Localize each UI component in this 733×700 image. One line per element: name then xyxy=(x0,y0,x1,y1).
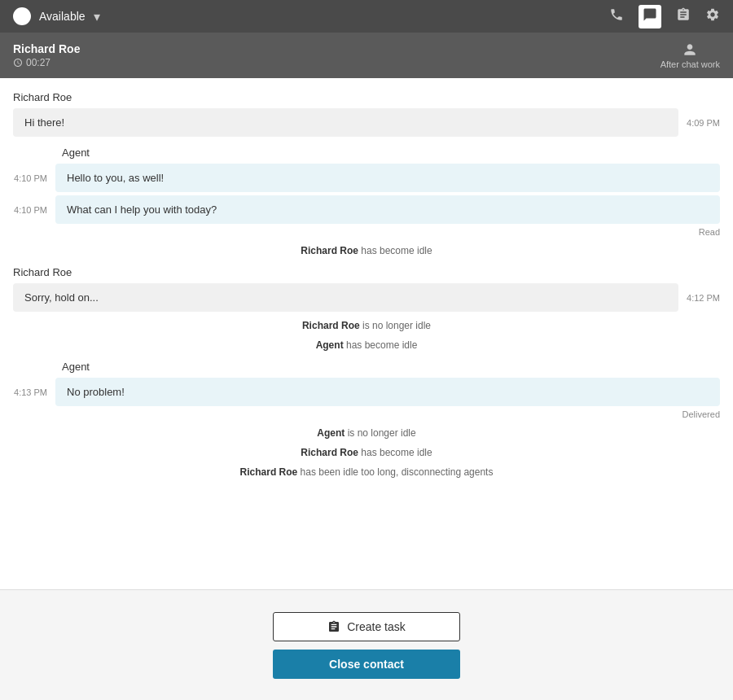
create-task-label: Create task xyxy=(347,620,406,633)
system-name-4: Agent xyxy=(317,427,345,439)
chat-area: Richard Roe Hi there! 4:09 PM Agent 4:10… xyxy=(0,78,733,589)
contact-info: Richard Roe 00:27 xyxy=(13,42,80,68)
customer-bubble-1: Hi there! xyxy=(13,108,678,137)
task-icon[interactable] xyxy=(676,7,691,26)
nav-right xyxy=(609,5,720,28)
system-name-6: Richard Roe xyxy=(240,466,298,478)
system-msg-5: Richard Roe has become idle xyxy=(13,447,720,458)
system-event-3: has become idle xyxy=(346,339,417,351)
phone-icon[interactable] xyxy=(609,7,624,26)
system-msg-3: Agent has become idle xyxy=(13,339,720,351)
customer-name-label-1: Richard Roe xyxy=(13,91,720,103)
agent-label-2: Agent xyxy=(62,361,720,373)
create-task-icon xyxy=(327,620,340,633)
system-event-2: is no longer idle xyxy=(362,320,431,331)
status-text: Available xyxy=(39,10,86,23)
agent-time-3: 4:13 PM xyxy=(13,387,47,397)
agent-bubble-3: No problem! xyxy=(55,378,720,406)
agent-bubble-1: Hello to you, as well! xyxy=(55,164,720,192)
close-contact-label: Close contact xyxy=(329,658,404,671)
agent-label-1: Agent xyxy=(62,147,720,159)
bottom-actions: Create task Close contact xyxy=(0,589,733,700)
system-name-3: Agent xyxy=(316,339,344,351)
gear-icon[interactable] xyxy=(705,7,720,26)
chevron-down-icon[interactable]: ▾ xyxy=(94,9,100,24)
system-event-1: has become idle xyxy=(361,245,432,256)
status-dot-icon xyxy=(13,7,31,25)
contact-timer: 00:27 xyxy=(13,57,80,68)
customer-name-label-2: Richard Roe xyxy=(13,266,720,278)
system-msg-1: Richard Roe has become idle xyxy=(13,245,720,256)
system-event-5: has become idle xyxy=(361,447,432,458)
agent-message-2: 4:10 PM What can I help you with today? xyxy=(13,195,720,224)
customer-time-1: 4:09 PM xyxy=(687,118,720,128)
nav-left: Available ▾ xyxy=(13,7,100,25)
system-name-2: Richard Roe xyxy=(302,320,360,331)
top-nav: Available ▾ xyxy=(0,0,733,33)
create-task-button[interactable]: Create task xyxy=(273,612,460,641)
customer-time-2: 4:12 PM xyxy=(687,293,720,303)
system-name-1: Richard Roe xyxy=(301,245,358,256)
customer-message-2: Sorry, hold on... 4:12 PM xyxy=(13,283,720,312)
close-contact-button[interactable]: Close contact xyxy=(273,650,460,679)
customer-bubble-2: Sorry, hold on... xyxy=(13,283,678,312)
system-msg-4: Agent is no longer idle xyxy=(13,427,720,439)
system-msg-2: Richard Roe is no longer idle xyxy=(13,320,720,331)
delivered-status: Delivered xyxy=(13,409,720,419)
after-chat-work: After chat work xyxy=(661,42,720,69)
chat-icon[interactable] xyxy=(639,5,661,28)
customer-message-1: Hi there! 4:09 PM xyxy=(13,108,720,137)
system-name-5: Richard Roe xyxy=(301,447,358,458)
system-event-4: is no longer idle xyxy=(348,427,416,439)
person-icon xyxy=(682,42,698,58)
agent-bubble-2: What can I help you with today? xyxy=(55,195,720,224)
system-event-6: has been idle too long, disconnecting ag… xyxy=(301,466,494,478)
system-msg-6: Richard Roe has been idle too long, disc… xyxy=(13,466,720,478)
read-status: Read xyxy=(13,227,720,237)
contact-header: Richard Roe 00:27 After chat work xyxy=(0,33,733,78)
contact-name: Richard Roe xyxy=(13,42,80,55)
agent-time-1: 4:10 PM xyxy=(13,173,47,183)
agent-message-1: 4:10 PM Hello to you, as well! xyxy=(13,164,720,192)
agent-time-2: 4:10 PM xyxy=(13,205,47,215)
agent-message-3: 4:13 PM No problem! xyxy=(13,378,720,406)
after-chat-work-label: After chat work xyxy=(661,59,720,69)
timer-value: 00:27 xyxy=(26,57,50,68)
